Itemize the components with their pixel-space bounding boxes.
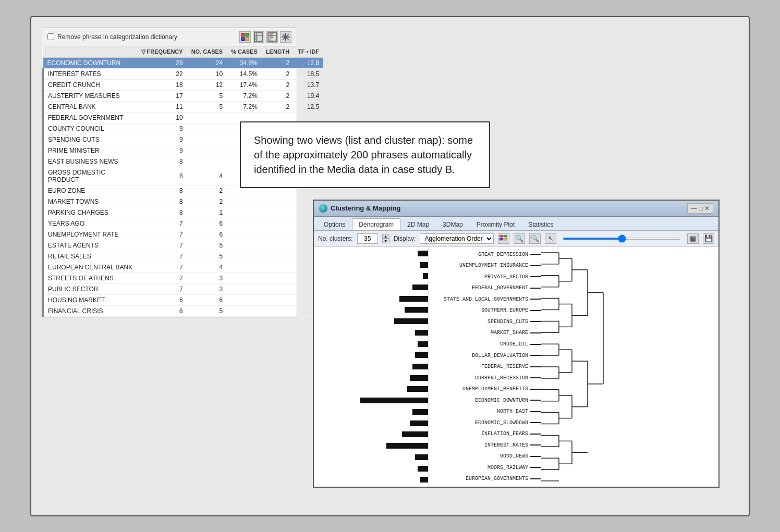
col-phrase[interactable] [43,46,137,58]
bar [386,443,428,449]
zoom-slider[interactable] [563,238,681,240]
table-row[interactable]: HOUSING MARKET66 [43,294,324,305]
table-row[interactable]: CENTRAL BANK1157.2%212.5 [43,101,324,112]
tab-dendrogram[interactable]: Dendrogram [352,218,400,230]
toolbar-grid2-icon[interactable]: ▦ [687,233,699,244]
phrase-cell: COUNTY COUNCIL [43,123,137,134]
length-cell [262,240,294,251]
toolbar-grid-icon[interactable] [498,233,509,244]
table-row[interactable]: MARKET TOWNS82 [43,196,324,207]
table-row[interactable]: ESTATE AGENTS75 [43,240,324,251]
dendro-label-text: SOUTHERN_EUROPE [429,307,530,313]
table-row[interactable]: AUSTERITY MEASURES1757.2%219.4 [43,90,324,101]
dendro-label-text: NORTH_EAST [429,409,530,414]
dendro-tick-line [530,377,541,378]
svg-rect-20 [499,238,503,240]
no_cases-cell: 10 [187,68,227,79]
bar-row [314,282,428,293]
length-cell [262,283,294,294]
svg-rect-1 [246,33,249,36]
tab-options[interactable]: Options [317,218,352,230]
bar [415,330,428,336]
pct_cases-cell [227,218,262,229]
col-no-cases[interactable]: NO. CASES [187,46,227,58]
dendro-label-text: GOOD_NEWS [429,453,530,459]
table-row[interactable]: PARKING CHARGES81 [43,207,324,218]
clustering-toolbar: No. clusters: ▲ ▼ Display: Agglomeration… [314,231,718,247]
pct_cases-cell [227,262,262,273]
pct_cases-cell: 7.2% [227,101,262,112]
length-cell [262,218,294,229]
frequency-cell: 10 [137,112,187,123]
pct_cases-cell [227,294,262,305]
table-row[interactable]: UNEMPLOYMENT RATE76 [43,229,324,240]
bar-row [314,383,428,395]
pct_cases-cell: 7.2% [227,90,262,101]
table-row[interactable]: YEARS AGO76 [43,218,324,229]
dendro-label-text: FEDERAL_GOVERNMENT [429,285,530,291]
phrase-cell: EAST BUSINESS NEWS [43,156,137,167]
length-cell [262,251,294,262]
pct_cases-cell [227,251,262,262]
tab-2dmap[interactable]: 2D Map [400,218,436,230]
col-pct-cases[interactable]: % CASES [227,46,262,58]
remove-phrase-checkbox[interactable] [47,33,54,40]
tf_idf-cell: 12.5 [294,101,323,112]
phrase-cell: CENTRAL BANK [43,101,137,112]
table-row[interactable]: PUBLIC SECTOR73 [43,283,324,294]
length-cell: 2 [262,90,294,101]
toolbar-zoom-in-icon[interactable]: 🔍 [514,233,525,244]
toolbar-icon-2[interactable] [253,31,264,43]
toolbar: Remove phrase in categorization dictiona… [42,28,297,46]
svg-rect-2 [241,38,245,41]
tab-3dmap[interactable]: 3DMap [436,218,470,230]
pct_cases-cell [227,229,262,240]
dendro-label-text: SPENDING_CUTS [429,319,530,325]
frequency-cell: 17 [137,90,187,101]
toolbar-icon-1[interactable] [239,31,251,43]
col-tf-idf[interactable]: TF • IDF [294,46,323,58]
dendro-tick-line [530,366,541,367]
spin-down-button[interactable]: ▼ [382,239,389,243]
no_cases-cell: 6 [187,229,227,240]
table-row[interactable]: ECONOMIC DOWNTURN282434.8%212.8 [43,57,324,68]
bar [410,375,428,381]
table-row[interactable]: RETAIL SALES75 [43,251,324,262]
toolbar-pointer-icon[interactable]: ↖ [545,233,556,244]
tab-proximity-plot[interactable]: Proximity Plot [470,218,521,230]
table-row[interactable]: STREETS OF ATHENS73 [43,273,324,283]
col-length[interactable]: LENGTH [262,46,294,58]
toolbar-icon-3[interactable] [266,31,278,43]
tab-statistics[interactable]: Statistics [521,218,560,230]
bar-row [314,304,428,316]
clustering-close-button[interactable]: — □ ✕ [687,203,713,214]
toolbar-save-icon[interactable]: 💾 [703,233,714,244]
bar-row [314,417,428,429]
bar [412,409,428,415]
clustering-tabs: Options Dendrogram 2D Map 3DMap Proximit… [314,217,718,231]
table-row[interactable]: EUROPEAN CENTRAL BANK74 [43,262,324,273]
table-row[interactable]: CREDIT CRUNCH181217.4%213.7 [43,79,324,90]
clustering-title-left: Clustering & Mapping [319,204,400,213]
table-row[interactable]: INTEREST RATES221014.5%218.5 [43,68,324,79]
no_cases-cell [187,123,227,134]
bar-row [314,259,428,270]
frequency-cell: 7 [137,251,187,262]
toolbar-zoom-out-icon[interactable]: 🔍 [529,233,541,244]
spin-up-button[interactable]: ▲ [382,234,389,239]
bar-row [314,293,428,304]
table-row[interactable]: FINANCIAL CRISIS65 [43,305,324,316]
callout-box: Showing two views (list and cluster map)… [240,121,490,188]
dendro-label-text: ECONOMIC_DOWNTURN [429,398,530,403]
no_cases-cell: 3 [187,273,227,283]
frequency-cell: 9 [137,145,187,156]
col-frequency[interactable]: ▽ FREQUENCY [137,46,187,58]
no_cases-cell: 3 [187,283,227,294]
toolbar-icon-4[interactable] [280,31,291,43]
dendro-tick-line [530,434,541,435]
display-select[interactable]: Agglomeration Order Alphabetical Cluster… [420,233,494,244]
no_cases-cell: 5 [187,305,227,316]
dendro-label-text: GREAT_DEPRESSION [429,252,530,257]
dendro-label-text: MOORS_RAILWAY [429,465,530,471]
clusters-input[interactable] [357,233,378,244]
